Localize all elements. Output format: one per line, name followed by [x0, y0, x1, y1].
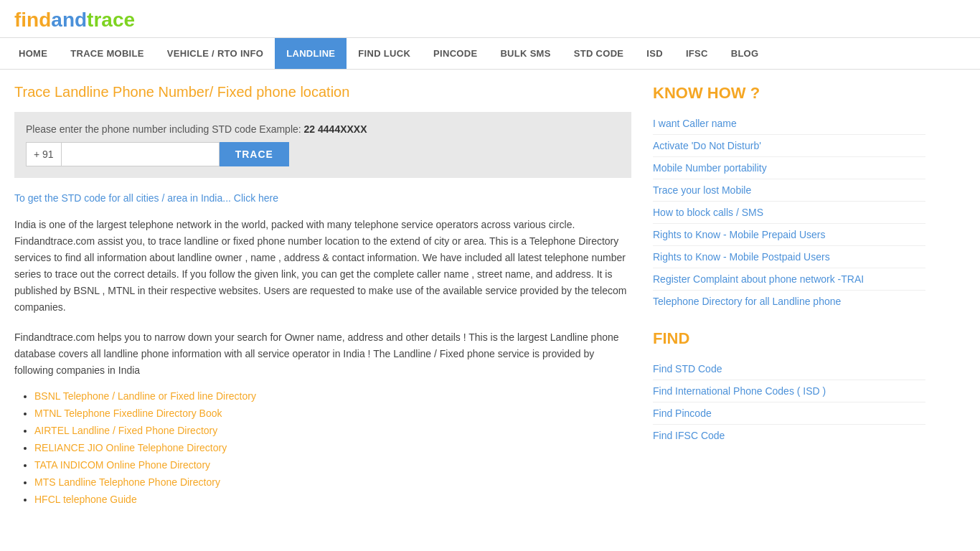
sidebar-link-caller-name[interactable]: I want Caller name — [653, 113, 925, 135]
nav-link-find-luck[interactable]: FIND LUCK — [347, 38, 422, 69]
list-item[interactable]: HFCL telephone Guide — [34, 494, 631, 505]
nav-item-pincode[interactable]: PINCODE — [422, 38, 489, 69]
list-item[interactable]: BSNL Telephone / Landline or Fixed line … — [34, 390, 631, 402]
nav-link-vehicle-rto[interactable]: VEHICLE / RTO INFO — [156, 38, 275, 69]
sidebar-find: FIND Find STD Code Find International Ph… — [653, 329, 925, 446]
list-item[interactable]: MTS Landline Telephone Phone Directory — [34, 476, 631, 488]
provider-link-mts[interactable]: MTS Landline Telephone Phone Directory — [34, 476, 220, 488]
content-wrapper: Trace Landline Phone Number/ Fixed phone… — [0, 70, 980, 525]
nav-item-std-code[interactable]: STD CODE — [562, 38, 636, 69]
nav-link-isd[interactable]: ISD — [635, 38, 674, 69]
logo-and: and — [51, 9, 87, 31]
trace-example: 22 4444XXXX — [304, 123, 367, 135]
trace-box: Please enter the phone number including … — [14, 112, 631, 178]
know-how-title: KNOW HOW ? — [653, 84, 925, 103]
trace-instruction: Please enter the phone number including … — [26, 123, 620, 135]
sidebar-link-trai-complaint[interactable]: Register Complaint about phone network -… — [653, 268, 925, 291]
nav-link-ifsc[interactable]: IFSC — [674, 38, 720, 69]
list-item[interactable]: RELIANCE JIO Online Telephone Directory — [34, 442, 631, 453]
header: findandtrace — [0, 0, 980, 37]
trace-instruction-text: Please enter the phone number including … — [26, 123, 301, 135]
nav-list: HOME TRACE MOBILE VEHICLE / RTO INFO LAN… — [0, 38, 980, 69]
trace-input-row: + 91 TRACE — [26, 142, 620, 166]
nav-link-pincode[interactable]: PINCODE — [422, 38, 489, 69]
sidebar-link-ifsc[interactable]: Find IFSC Code — [653, 425, 925, 446]
main-content: Trace Landline Phone Number/ Fixed phone… — [14, 84, 631, 511]
std-code-link[interactable]: To get the STD code for all cities / are… — [14, 192, 631, 204]
body-text2: Findandtrace.com helps you to narrow dow… — [14, 329, 631, 379]
sidebar-link-pincode[interactable]: Find Pincode — [653, 402, 925, 425]
sidebar-link-isd-codes[interactable]: Find International Phone Codes ( ISD ) — [653, 380, 925, 402]
sidebar-link-postpaid-rights[interactable]: Rights to Know - Mobile Postpaid Users — [653, 246, 925, 268]
provider-list: BSNL Telephone / Landline or Fixed line … — [14, 390, 631, 505]
nav-item-ifsc[interactable]: IFSC — [674, 38, 720, 69]
prefix-label: + 91 — [26, 142, 62, 166]
nav-link-landline[interactable]: LANDLINE — [275, 38, 347, 69]
nav-item-trace-mobile[interactable]: TRACE MOBILE — [59, 38, 156, 69]
logo-find: find — [14, 9, 51, 31]
logo[interactable]: findandtrace — [14, 9, 966, 32]
logo-trace: trace — [87, 9, 135, 31]
sidebar-link-mnp[interactable]: Mobile Number portability — [653, 157, 925, 179]
sidebar-know-how: KNOW HOW ? I want Caller name Activate '… — [653, 84, 925, 312]
nav: HOME TRACE MOBILE VEHICLE / RTO INFO LAN… — [0, 37, 980, 70]
page-title: Trace Landline Phone Number/ Fixed phone… — [14, 84, 631, 100]
provider-link-hfcl[interactable]: HFCL telephone Guide — [34, 494, 137, 505]
provider-link-airtel[interactable]: AIRTEL Landline / Fixed Phone Directory — [34, 425, 217, 436]
nav-link-home[interactable]: HOME — [7, 38, 59, 69]
sidebar-link-telephone-directory[interactable]: Telephone Directory for all Landline pho… — [653, 291, 925, 312]
nav-item-vehicle-rto[interactable]: VEHICLE / RTO INFO — [156, 38, 275, 69]
provider-link-bsnl[interactable]: BSNL Telephone / Landline or Fixed line … — [34, 390, 256, 402]
nav-link-trace-mobile[interactable]: TRACE MOBILE — [59, 38, 156, 69]
list-item[interactable]: TATA INDICOM Online Phone Directory — [34, 459, 631, 471]
phone-input[interactable] — [62, 142, 220, 166]
sidebar-link-block-calls[interactable]: How to block calls / SMS — [653, 202, 925, 224]
list-item[interactable]: AIRTEL Landline / Fixed Phone Directory — [34, 425, 631, 436]
provider-link-jio[interactable]: RELIANCE JIO Online Telephone Directory — [34, 442, 227, 453]
sidebar-link-dnd[interactable]: Activate 'Do Not Disturb' — [653, 135, 925, 157]
trace-button[interactable]: TRACE — [220, 142, 289, 166]
sidebar-link-std-code[interactable]: Find STD Code — [653, 358, 925, 380]
sidebar: KNOW HOW ? I want Caller name Activate '… — [653, 84, 925, 511]
provider-link-mtnl[interactable]: MTNL Telephone Fixedline Directory Book — [34, 408, 222, 419]
nav-item-landline[interactable]: LANDLINE — [275, 38, 347, 69]
nav-item-isd[interactable]: ISD — [635, 38, 674, 69]
nav-item-bulk-sms[interactable]: BULK SMS — [489, 38, 562, 69]
provider-link-tata[interactable]: TATA INDICOM Online Phone Directory — [34, 459, 210, 471]
sidebar-link-prepaid-rights[interactable]: Rights to Know - Mobile Prepaid Users — [653, 224, 925, 246]
nav-link-bulk-sms[interactable]: BULK SMS — [489, 38, 562, 69]
list-item[interactable]: MTNL Telephone Fixedline Directory Book — [34, 408, 631, 419]
sidebar-link-lost-mobile[interactable]: Trace your lost Mobile — [653, 179, 925, 202]
nav-link-blog[interactable]: BLOG — [720, 38, 771, 69]
find-title: FIND — [653, 329, 925, 348]
nav-item-find-luck[interactable]: FIND LUCK — [347, 38, 422, 69]
nav-link-std-code[interactable]: STD CODE — [562, 38, 636, 69]
nav-item-home[interactable]: HOME — [7, 38, 59, 69]
body-text1: India is one of the largest telephone ne… — [14, 217, 631, 316]
nav-item-blog[interactable]: BLOG — [720, 38, 771, 69]
